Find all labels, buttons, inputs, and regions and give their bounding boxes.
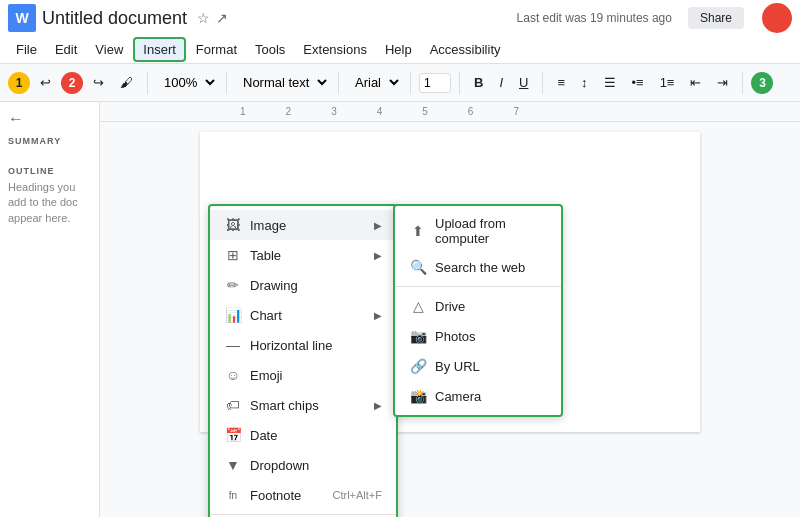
- ruler: 1 2 3 4 5 6 7: [100, 102, 800, 122]
- step-3-indicator: 3: [751, 72, 773, 94]
- ruler-mark-3: 3: [331, 106, 337, 117]
- step-2-indicator: 2: [61, 72, 83, 94]
- indent-less-button[interactable]: ⇤: [684, 71, 707, 94]
- menu-tools[interactable]: Tools: [247, 39, 293, 60]
- ruler-mark-2: 2: [286, 106, 292, 117]
- summary-label: SUMMARY: [8, 136, 91, 146]
- font-size-input[interactable]: [419, 73, 451, 93]
- main-layout: ← SUMMARY OUTLINE Headings you add to th…: [0, 102, 800, 517]
- back-button[interactable]: ←: [8, 110, 91, 128]
- last-edit-text: Last edit was 19 minutes ago: [517, 11, 672, 25]
- history-icon[interactable]: ↗: [216, 10, 228, 26]
- ruler-mark-7: 7: [513, 106, 519, 117]
- ruler-mark-4: 4: [377, 106, 383, 117]
- toolbar: 1 ↩ 2 ↪ 🖌 100% Normal text Arial B I U ≡…: [0, 64, 800, 102]
- avatar[interactable]: [762, 3, 792, 33]
- ruler-mark-5: 5: [422, 106, 428, 117]
- line-spacing-button[interactable]: ↕: [575, 71, 594, 94]
- outline-text: Headings you add to the doc appear here.: [8, 180, 91, 226]
- dropdown-menu-label: Dropdown: [250, 458, 382, 473]
- star-icon[interactable]: ☆: [197, 10, 210, 26]
- toolbar-separator-3: [338, 72, 339, 94]
- ruler-mark-1: 1: [240, 106, 246, 117]
- doc-page[interactable]: [200, 132, 700, 432]
- toolbar-separator-6: [542, 72, 543, 94]
- toolbar-separator-1: [147, 72, 148, 94]
- font-select[interactable]: Arial: [347, 72, 402, 93]
- outline-label: OUTLINE: [8, 166, 91, 176]
- toolbar-separator-2: [226, 72, 227, 94]
- doc-area: 1 2 3 4 5 6 7 🖼 Image ▶ ⊞: [100, 102, 800, 517]
- doc-title[interactable]: Untitled document: [42, 8, 187, 29]
- menu-edit[interactable]: Edit: [47, 39, 85, 60]
- step-1-indicator: 1: [8, 72, 30, 94]
- zoom-select[interactable]: 100%: [156, 72, 218, 93]
- menu-accessibility[interactable]: Accessibility: [422, 39, 509, 60]
- style-select[interactable]: Normal text: [235, 72, 330, 93]
- menu-format[interactable]: Format: [188, 39, 245, 60]
- dropdown-menu-icon: ▼: [224, 456, 242, 474]
- title-icon-group: ☆ ↗: [197, 10, 228, 26]
- redo-button[interactable]: ↪: [87, 71, 110, 94]
- checklist-button[interactable]: ☰: [598, 71, 622, 94]
- bullet-list-button[interactable]: •≡: [626, 71, 650, 94]
- share-button[interactable]: Share: [688, 7, 744, 29]
- ruler-marks: 1 2 3 4 5 6 7: [240, 106, 519, 117]
- menu-extensions[interactable]: Extensions: [295, 39, 375, 60]
- toolbar-separator-7: [742, 72, 743, 94]
- menu-footnote-item[interactable]: fn Footnote Ctrl+Alt+F: [210, 480, 396, 510]
- menu-insert[interactable]: Insert: [133, 37, 186, 62]
- title-bar: W Untitled document ☆ ↗ Last edit was 19…: [0, 0, 800, 36]
- separator-1: [210, 514, 396, 515]
- align-button[interactable]: ≡: [551, 71, 571, 94]
- underline-button[interactable]: U: [513, 71, 534, 94]
- menu-dropdown-item[interactable]: ▼ Dropdown: [210, 450, 396, 480]
- toolbar-separator-5: [459, 72, 460, 94]
- toolbar-separator-4: [410, 72, 411, 94]
- bold-button[interactable]: B: [468, 71, 489, 94]
- sidebar: ← SUMMARY OUTLINE Headings you add to th…: [0, 102, 100, 517]
- menu-help[interactable]: Help: [377, 39, 420, 60]
- numbered-list-button[interactable]: 1≡: [654, 71, 681, 94]
- footnote-menu-icon: fn: [224, 486, 242, 504]
- menu-bar: File Edit View Insert Format Tools Exten…: [0, 36, 800, 64]
- indent-more-button[interactable]: ⇥: [711, 71, 734, 94]
- footnote-menu-label: Footnote: [250, 488, 324, 503]
- menu-file[interactable]: File: [8, 39, 45, 60]
- footnote-shortcut: Ctrl+Alt+F: [332, 489, 382, 501]
- paint-format-button[interactable]: 🖌: [114, 71, 139, 94]
- menu-view[interactable]: View: [87, 39, 131, 60]
- italic-button[interactable]: I: [493, 71, 509, 94]
- ruler-mark-6: 6: [468, 106, 474, 117]
- undo-button[interactable]: ↩: [34, 71, 57, 94]
- app-icon: W: [8, 4, 36, 32]
